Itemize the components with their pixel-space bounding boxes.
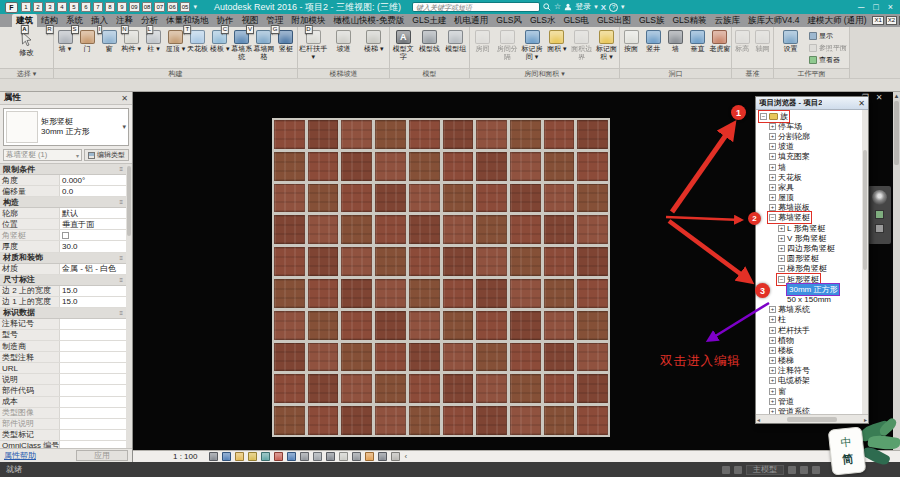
search-input[interactable]	[412, 2, 540, 12]
tree-row[interactable]: +墙	[756, 162, 862, 172]
type-selector-caret-icon[interactable]: ▾	[122, 123, 126, 131]
help-icon[interactable]: ?	[609, 3, 618, 12]
properties-help-link[interactable]: 属性帮助	[4, 450, 36, 461]
curtain-panel[interactable]	[476, 152, 507, 181]
property-value[interactable]: 金属 - 铝 - 白色	[60, 264, 126, 274]
view-control-icon[interactable]	[352, 452, 361, 461]
ribbon-button-模型线[interactable]: 模型线	[416, 27, 442, 53]
qat-button[interactable]: 4	[57, 2, 67, 12]
view-more-icon[interactable]: ‹	[404, 452, 407, 461]
property-section-header[interactable]: 尺寸标注≡	[0, 275, 126, 286]
curtain-panel[interactable]	[544, 343, 575, 372]
worksets-icon[interactable]	[722, 466, 730, 474]
curtain-panel[interactable]	[274, 120, 305, 149]
curtain-panel[interactable]	[409, 406, 440, 435]
type-selector[interactable]: 矩形竖梃 30mm 正方形 ▾	[3, 108, 129, 146]
expand-icon[interactable]: +	[769, 133, 776, 140]
tab-族库大师V4.4[interactable]: 族库大师V4.4	[744, 14, 804, 27]
design-option-dropdown[interactable]: 主模型	[746, 465, 784, 475]
view-control-icon[interactable]	[222, 452, 231, 461]
tree-row[interactable]: +填充图案	[756, 152, 862, 162]
search-icon[interactable]	[543, 3, 551, 11]
tree-row[interactable]: +家具	[756, 182, 862, 192]
expand-icon[interactable]: +	[769, 153, 776, 160]
curtain-panel[interactable]	[274, 215, 305, 244]
application-menu-button[interactable]: F	[5, 2, 18, 13]
curtain-panel[interactable]	[510, 374, 541, 403]
tree-row[interactable]: +V 形角竖梃	[756, 233, 862, 243]
tree-row[interactable]: +屋顶	[756, 193, 862, 203]
exchange-apps-icon[interactable]: X	[601, 3, 606, 12]
qat-button[interactable]: 08	[142, 2, 153, 12]
tree-item[interactable]: +管道系统	[768, 406, 811, 414]
canvas-vertical-scrollbar[interactable]: ▲	[893, 92, 900, 450]
curtain-panel[interactable]	[308, 279, 339, 308]
tab-GLS族[interactable]: GLS族	[635, 14, 669, 27]
steering-wheel-icon[interactable]	[872, 190, 887, 205]
tree-row[interactable]: −族	[756, 111, 862, 121]
expand-icon[interactable]: +	[778, 265, 785, 272]
view-control-icon[interactable]	[287, 452, 296, 461]
curtain-panel[interactable]	[409, 279, 440, 308]
qat-customize-caret-icon[interactable]: ▾	[193, 3, 197, 11]
scroll-thumb[interactable]	[787, 417, 837, 422]
expand-icon[interactable]: +	[769, 174, 776, 181]
tree-row[interactable]: +注释符号	[756, 366, 862, 376]
curtain-panel[interactable]	[341, 311, 372, 340]
curtain-panel[interactable]	[274, 343, 305, 372]
tab-注释[interactable]: 注释N	[112, 14, 137, 27]
curtain-panel[interactable]	[341, 374, 372, 403]
property-section-header[interactable]: 标识数据≡	[0, 308, 126, 319]
expand-icon[interactable]: +	[769, 367, 776, 374]
property-value[interactable]	[60, 441, 126, 448]
curtain-panel[interactable]	[544, 406, 575, 435]
curtain-panel[interactable]	[510, 343, 541, 372]
ribbon-button-坡道[interactable]: 坡道	[328, 27, 358, 53]
property-value[interactable]	[60, 408, 126, 418]
curtain-panel[interactable]	[341, 406, 372, 435]
curtain-panel[interactable]	[409, 311, 440, 340]
ribbon-button-按面[interactable]: 按面	[620, 27, 642, 53]
view-control-icon[interactable]	[391, 452, 400, 461]
curtain-panel[interactable]	[274, 406, 305, 435]
curtain-panel[interactable]	[409, 247, 440, 276]
properties-close-icon[interactable]: ✕	[121, 94, 128, 103]
curtain-panel[interactable]	[443, 120, 474, 149]
edit-type-button[interactable]: 编辑类型	[84, 149, 129, 161]
ribbon-button-查看器[interactable]: 查看器	[807, 54, 849, 65]
expand-icon[interactable]: +	[769, 164, 776, 171]
view-control-icon[interactable]	[339, 452, 348, 461]
qat-button[interactable]: 1	[21, 2, 31, 12]
curtain-panel[interactable]	[577, 311, 608, 340]
expand-icon[interactable]: +	[769, 143, 776, 150]
tree-row[interactable]: 50 x 150mm	[756, 294, 862, 304]
scroll-left-icon[interactable]: ◂	[757, 416, 760, 423]
tree-row[interactable]: +圆形竖梃	[756, 254, 862, 264]
property-value[interactable]: 0.000°	[60, 175, 126, 185]
scroll-right-icon[interactable]: ▸	[864, 416, 867, 423]
curtain-panel[interactable]	[308, 311, 339, 340]
ribbon-button-老虎窗[interactable]: 老虎窗	[709, 27, 731, 53]
tab-系统[interactable]: 系统S	[62, 14, 87, 27]
view-control-icon[interactable]	[235, 452, 244, 461]
tree-row[interactable]: +楼板	[756, 345, 862, 355]
view-control-icon[interactable]	[300, 452, 309, 461]
curtain-wall-grid[interactable]	[272, 118, 610, 437]
collapse-icon[interactable]: −	[760, 113, 767, 120]
curtain-panel[interactable]	[274, 247, 305, 276]
ribbon-button-栏杆扶手[interactable]: 栏杆扶手 ▾	[298, 27, 328, 60]
qat-button[interactable]: 7	[93, 2, 103, 12]
filter-icon[interactable]	[812, 466, 820, 474]
curtain-panel[interactable]	[544, 247, 575, 276]
curtain-panel[interactable]	[476, 343, 507, 372]
tab-建模大师 (通用)[interactable]: 建模大师 (通用)	[803, 14, 870, 27]
editing-requests-icon[interactable]	[734, 466, 742, 474]
tree-row[interactable]: +四边形角竖梃	[756, 243, 862, 253]
curtain-panel[interactable]	[510, 152, 541, 181]
tab-视图[interactable]: 视图V	[238, 14, 263, 27]
curtain-panel[interactable]	[577, 406, 608, 435]
curtain-panel[interactable]	[308, 247, 339, 276]
curtain-panel[interactable]	[341, 120, 372, 149]
curtain-panel[interactable]	[476, 406, 507, 435]
property-value[interactable]	[60, 430, 126, 440]
